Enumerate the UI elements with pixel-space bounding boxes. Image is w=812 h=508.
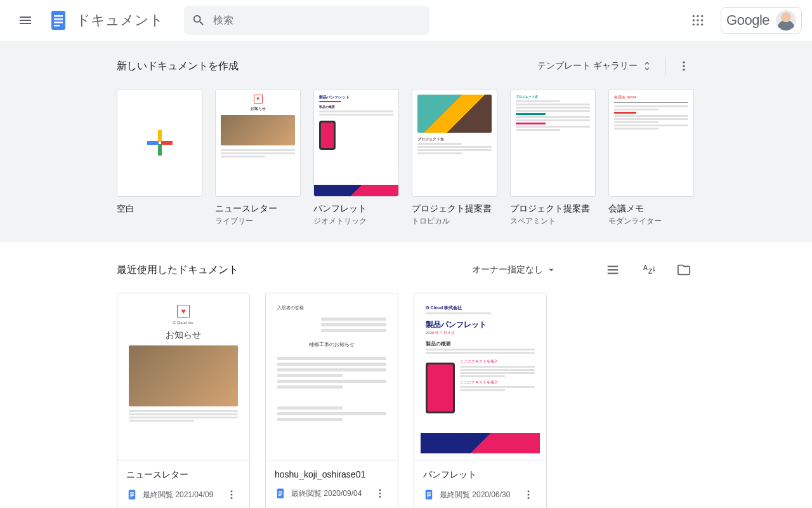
doc-title: ニュースレター <box>126 469 240 481</box>
template-thumb-tropical[interactable]: プロジェクト名 <box>412 89 497 197</box>
apps-grid-icon <box>691 14 704 27</box>
svg-point-6 <box>697 15 698 17</box>
svg-rect-31 <box>277 489 284 498</box>
doc-card[interactable]: 入居者の皆様 補修工事のお知らせ hoshu_koji_oshirase01 最… <box>265 293 398 508</box>
docs-icon <box>275 488 286 499</box>
dropdown-icon <box>546 264 557 276</box>
svg-point-44 <box>528 490 530 492</box>
svg-point-11 <box>693 23 695 25</box>
list-icon <box>606 263 620 277</box>
more-vert-icon <box>374 488 386 499</box>
template-thumb-pamphlet[interactable]: 製品パンフレット 製品の概要 <box>313 89 399 197</box>
folder-icon <box>677 263 691 277</box>
template-thumb-blank[interactable] <box>117 89 202 197</box>
svg-point-9 <box>697 19 698 21</box>
template-title: プロジェクト提案書 <box>510 203 596 215</box>
recent-heading: 最近使用したドキュメント <box>117 264 466 277</box>
svg-point-8 <box>693 19 695 21</box>
svg-rect-33 <box>278 493 282 493</box>
svg-rect-43 <box>427 497 429 497</box>
svg-rect-19 <box>147 141 159 145</box>
svg-rect-41 <box>427 494 431 495</box>
svg-rect-27 <box>130 497 133 497</box>
docs-icon <box>46 8 71 33</box>
app-title: ドキュメント <box>76 11 164 30</box>
owner-filter-dropdown[interactable]: オーナー指定なし <box>466 260 563 279</box>
open-file-picker-button[interactable] <box>672 258 695 281</box>
doc-more-button[interactable] <box>223 486 240 504</box>
doc-date: 最終閲覧 2020/06/30 <box>440 490 514 500</box>
app-logo[interactable]: ドキュメント <box>46 8 169 33</box>
search-container <box>184 6 429 35</box>
template-thumb-spearmint[interactable]: プロジェクト名 <box>510 89 596 197</box>
svg-rect-35 <box>278 495 281 496</box>
svg-rect-17 <box>158 130 162 142</box>
template-meeting[interactable]: 会議名 09/04 会議メモ モダンライター <box>608 89 694 227</box>
template-newsletter[interactable]: ♥ お知らせ ニュースレター ライブリー <box>215 89 301 227</box>
template-gallery-toggle[interactable]: テンプレート ギャラリー <box>531 57 659 76</box>
svg-point-38 <box>379 496 381 498</box>
template-tropical[interactable]: プロジェクト名 プロジェクト提案書 トロピカル <box>412 89 497 227</box>
svg-text:Z: Z <box>648 268 652 275</box>
app-header: ドキュメント Google <box>0 0 812 41</box>
docs-icon <box>126 489 138 500</box>
svg-rect-23 <box>129 490 136 500</box>
svg-point-28 <box>231 490 233 492</box>
template-pamphlet[interactable]: 製品パンフレット 製品の概要 パンフレット ジオメトリック <box>313 89 399 227</box>
svg-rect-34 <box>278 494 282 495</box>
svg-rect-18 <box>158 144 162 156</box>
template-subtitle: ジオメトリック <box>313 216 399 227</box>
account-chip[interactable]: Google <box>721 7 802 34</box>
template-subtitle: モダンライター <box>608 216 694 227</box>
template-section: 新しいドキュメントを作成 テンプレート ギャラリー 空白 <box>0 41 812 242</box>
svg-point-12 <box>697 23 698 25</box>
doc-date: 最終閲覧 2021/04/09 <box>143 490 218 500</box>
main-menu-button[interactable] <box>10 5 41 36</box>
doc-more-button[interactable] <box>371 485 389 502</box>
svg-point-13 <box>701 23 703 25</box>
list-view-button[interactable] <box>601 258 624 281</box>
recent-doc-grid: ♥ G Cloud Inc. お知らせ ニュースレター 最終閲覧 2021/04… <box>117 293 695 508</box>
svg-point-16 <box>683 69 684 70</box>
view-toolbar: AZ <box>601 258 695 281</box>
template-spearmint[interactable]: プロジェクト名 プロジェクト提案書 スペアミント <box>510 89 596 227</box>
svg-rect-1 <box>54 15 63 17</box>
template-thumb-meeting[interactable]: 会議名 09/04 <box>608 89 694 197</box>
doc-title: パンフレット <box>423 469 537 481</box>
doc-more-button[interactable] <box>520 486 537 504</box>
heart-icon: ♥ <box>177 305 190 318</box>
google-apps-button[interactable] <box>685 8 710 33</box>
user-avatar[interactable] <box>776 10 796 30</box>
template-blank[interactable]: 空白 <box>117 89 202 227</box>
doc-card[interactable]: G Cloud 株式会社 製品パンフレット 2020 年 7 月 4 日 製品の… <box>414 293 547 508</box>
doc-thumb[interactable]: ♥ G Cloud Inc. お知らせ <box>117 293 249 460</box>
template-title: 空白 <box>117 203 202 215</box>
search-icon <box>192 13 206 27</box>
sort-button[interactable]: AZ <box>637 258 660 281</box>
doc-thumb[interactable]: G Cloud 株式会社 製品パンフレット 2020 年 7 月 4 日 製品の… <box>414 293 546 460</box>
doc-thumb[interactable]: 入居者の皆様 補修工事のお知らせ <box>266 293 398 460</box>
svg-point-37 <box>379 493 381 495</box>
unfold-icon <box>641 60 653 72</box>
svg-point-45 <box>528 494 530 496</box>
svg-rect-2 <box>54 18 63 20</box>
recent-header: 最近使用したドキュメント オーナー指定なし AZ <box>117 252 695 288</box>
svg-rect-0 <box>51 11 65 30</box>
doc-card[interactable]: ♥ G Cloud Inc. お知らせ ニュースレター 最終閲覧 2021/04… <box>117 293 250 508</box>
svg-point-29 <box>231 494 233 496</box>
more-vert-icon <box>226 489 237 500</box>
template-more-button[interactable] <box>672 55 695 77</box>
template-thumb-newsletter[interactable]: ♥ お知らせ <box>215 89 301 197</box>
template-subtitle: ライブリー <box>215 216 301 227</box>
svg-point-46 <box>528 497 530 499</box>
svg-point-5 <box>693 15 695 17</box>
recent-section: 最近使用したドキュメント オーナー指定なし AZ <box>0 242 812 508</box>
template-title: 会議メモ <box>608 203 694 215</box>
plus-icon <box>146 129 174 157</box>
sort-az-icon: AZ <box>641 263 655 277</box>
search-bar[interactable] <box>184 6 429 35</box>
google-logo-text: Google <box>726 12 769 29</box>
search-input[interactable] <box>213 15 422 26</box>
svg-rect-4 <box>54 25 60 27</box>
template-subtitle: スペアミント <box>510 216 596 227</box>
